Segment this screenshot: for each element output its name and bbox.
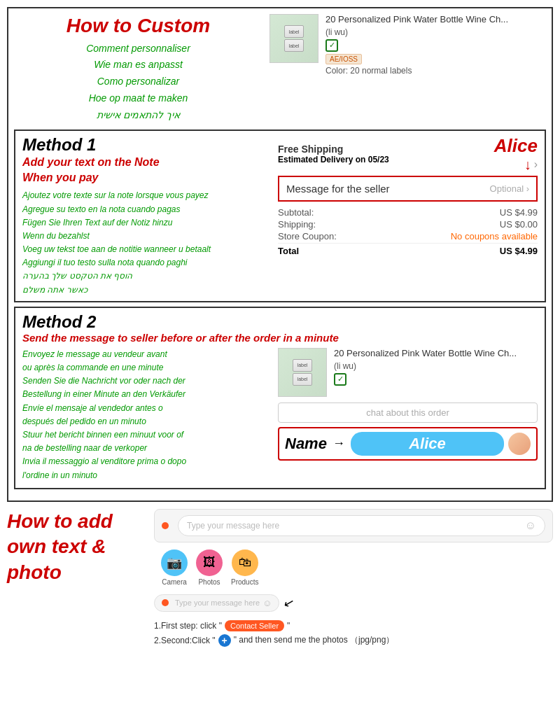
chevron-right-icon: ›: [534, 158, 538, 171]
alice-bubble: Alice: [351, 432, 504, 456]
method1-right: Free Shipping Estimated Delivery on 05/2…: [278, 135, 538, 297]
step2-start: 2.Second:Click ": [154, 636, 216, 645]
how-to-custom-panel: How to Custom Comment personnaliser Wie …: [14, 14, 262, 124]
m2-lang-7: na de bestelling naar de verkoper: [22, 442, 271, 455]
steps-area: Type your message here ☺ ↙ 1.First step:…: [154, 594, 553, 650]
step1-row: Type your message here ☺ ↙: [154, 594, 294, 612]
method2-right: label label 20 Personalized Pink Water B…: [278, 348, 538, 482]
product-name: 20 Personalized Pink Water Bottle Wine C…: [326, 14, 546, 26]
product-row: label label 20 Personalized Pink Water B…: [270, 14, 546, 76]
thumb-label-1: label: [284, 25, 304, 38]
delivery-label: Estimated Delivery on: [278, 155, 365, 164]
optional-text: Optional: [490, 183, 524, 194]
method2-thumbnail: label label: [278, 348, 327, 397]
step1-line: 1.First step: click " Contact Seller ": [154, 620, 394, 631]
title-line1: How to add: [7, 510, 113, 532]
m1-lang-3: Wenn du bezahlst: [22, 230, 271, 243]
lang-spanish: Como personalizar: [14, 74, 262, 90]
step-instructions: 1.First step: click " Contact Seller " 2…: [154, 620, 394, 650]
m2-lang-4: Envíe el mensaje al vendedor antes o: [22, 402, 271, 415]
method1-langs: Ajoutez votre texte sur la note lorsque …: [22, 189, 271, 297]
subtotal-label: Subtotal:: [278, 207, 314, 218]
chat-placeholder: chat about this order: [366, 407, 449, 418]
products-icon-block[interactable]: 🛍 Products: [231, 550, 258, 586]
m2-lang-3: Bestellung in einer Minute an den Verkäu…: [22, 388, 271, 401]
method2-product-name: 20 Personalized Pink Water Bottle Wine C…: [334, 348, 538, 360]
m1-lang-7: כאשר אתה משלם: [22, 284, 271, 297]
shipping-info: Free Shipping Estimated Delivery on 05/2…: [278, 144, 389, 164]
camera-icon-block[interactable]: 📷 Camera: [161, 550, 188, 586]
send-dot-icon: [162, 522, 169, 529]
coupon-row: Store Coupon: No coupons available: [278, 231, 538, 241]
m1-lang-2: Fügen Sie Ihren Text auf der Notiz hinzu: [22, 216, 271, 230]
type-placeholder-top: Type your message here: [187, 521, 279, 531]
method2-langs: Envoyez le message au vendeur avant ou a…: [22, 348, 271, 482]
method2-desc: Send the message to seller before or aft…: [22, 332, 538, 344]
m2-thumb-label-2: label: [293, 373, 312, 386]
product-color: Color: 20 normal labels: [326, 66, 546, 76]
method1-title: Method 1: [22, 135, 271, 155]
lang-hebrew: איך להתאמים אישית: [14, 107, 262, 124]
method1-desc: Add your text on the Note When you pay: [22, 155, 271, 186]
method2-product-seller: (li wu): [334, 361, 538, 371]
chat-area: Type your message here ☺ 📷 Camera 🖼 Phot…: [154, 509, 553, 586]
m1-lang-5: Aggiungi il tuo testo sulla nota quando …: [22, 256, 271, 270]
method1-left: Method 1 Add your text on the Note When …: [22, 135, 271, 297]
subtotal-row: Subtotal: US $4.99: [278, 207, 538, 218]
m2-lang-1: ou après la commande en une minute: [22, 361, 271, 374]
type-input-top[interactable]: Type your message here ☺: [178, 515, 545, 536]
curved-arrow-icon: ↙: [282, 594, 296, 612]
how-to-add-title: How to add own text & photo: [7, 509, 147, 585]
arrow-right-icon: →: [332, 436, 345, 451]
photos-label: Photos: [198, 578, 220, 586]
camera-icon: 📷: [161, 550, 188, 576]
chat-mockup-top: Type your message here ☺: [154, 509, 553, 542]
method1-desc-line1: Add your text on the Note: [22, 155, 271, 170]
send-dot-small: [162, 599, 169, 606]
contact-seller-btn[interactable]: Contact Seller: [225, 620, 284, 631]
shipping-row: Free Shipping Estimated Delivery on 05/2…: [278, 135, 538, 173]
title-line3: photo: [7, 561, 62, 583]
steps-content: Type your message here ☺ ↙ 1.First step:…: [154, 594, 394, 650]
type-placeholder-small: Type your message here: [175, 598, 260, 607]
product-info: 20 Personalized Pink Water Bottle Wine C…: [326, 14, 546, 76]
message-for-seller-box[interactable]: Message for the seller Optional ›: [278, 176, 538, 202]
arrow-down-icon: ↓: [524, 157, 531, 173]
plus-button[interactable]: +: [218, 634, 231, 647]
action-icons-row: 📷 Camera 🖼 Photos 🛍 Products: [154, 545, 553, 586]
lang-french: Comment personnaliser: [14, 41, 262, 57]
shipping-price-value: US $0.00: [500, 219, 538, 230]
method2-verified-icon: ✓: [334, 373, 346, 386]
subtotal-value: US $4.99: [500, 207, 538, 218]
alice-area: Alice ↓ ›: [494, 135, 538, 173]
m2-lang-6: Stuur het bericht binnen een minuut voor…: [22, 428, 271, 442]
method2-product-row: label label 20 Personalized Pink Water B…: [278, 348, 538, 397]
message-label: Message for the seller: [286, 183, 390, 195]
how-to-add-panel: How to add own text & photo: [7, 509, 147, 650]
coupon-value: No coupons available: [451, 231, 538, 241]
top-section: How to Custom Comment personnaliser Wie …: [14, 14, 546, 124]
product-thumbnail: label label: [270, 14, 318, 63]
products-label: Products: [231, 578, 258, 586]
step2-line: 2.Second:Click " + " and then send me th…: [154, 634, 394, 647]
camera-label: Camera: [162, 578, 187, 586]
m2-lang-8: Invia il messaggio al venditore prima o …: [22, 455, 271, 468]
chat-mockup-container: Type your message here ☺ 📷 Camera 🖼 Phot…: [154, 509, 553, 586]
photos-icon: 🖼: [196, 550, 223, 576]
how-to-langs: Comment personnaliser Wie man es anpasst…: [14, 41, 262, 124]
message-chevron: ›: [526, 183, 529, 194]
chat-button[interactable]: chat about this order: [278, 402, 538, 423]
alice-label: Alice: [494, 135, 538, 157]
product-seller: (li wu): [326, 27, 546, 37]
lang-dutch: Hoe op maat te maken: [14, 90, 262, 107]
m1-lang-0: Ajoutez votre texte sur la note lorsque …: [22, 189, 271, 202]
step1-quote: ": [287, 621, 290, 631]
product-panel: label label 20 Personalized Pink Water B…: [270, 14, 546, 124]
name-alice-row: Name → Alice: [278, 427, 538, 461]
photos-icon-block[interactable]: 🖼 Photos: [196, 550, 223, 586]
step2-end: " and then send me the photos （jpg/png）: [234, 634, 395, 646]
m2-lang-0: Envoyez le message au vendeur avant: [22, 348, 271, 361]
method2-content: Envoyez le message au vendeur avant ou a…: [22, 348, 538, 488]
name-label: Name: [285, 435, 327, 453]
step1-text: 1.First step: click ": [154, 621, 222, 631]
